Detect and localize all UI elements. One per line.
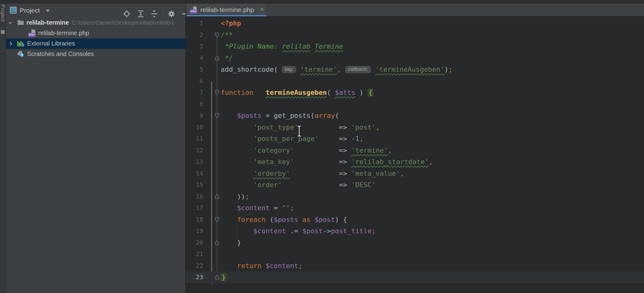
tree-row-external-libraries[interactable]: External Libraries [6, 38, 185, 49]
code-line[interactable]: 8 [186, 98, 644, 110]
expand-all-icon[interactable] [136, 10, 145, 18]
code-text[interactable]: <?php [221, 18, 241, 29]
tree-item-label: Scratches and Consoles [27, 50, 94, 58]
fold-end-icon[interactable] [215, 275, 219, 280]
line-number: 6 [186, 75, 203, 87]
fold-collapse-icon[interactable] [215, 90, 219, 95]
code-text[interactable]: 'category' => 'termine', [221, 145, 392, 156]
php-file-icon: PHP [28, 30, 36, 37]
code-line[interactable]: 9 $posts = get_posts(array( [186, 110, 644, 122]
project-root-path: C:\Users\Daniel\Desktop\relilab\relilab-… [69, 19, 174, 26]
toolwindow-stripe-icon[interactable] [1, 30, 5, 34]
code-text[interactable]: add_shortcode( tag: 'termine', callback:… [221, 64, 453, 75]
phpstorm-window: { "left_toolbar": { "label": "Project" }… [0, 0, 644, 293]
tab-label: relilab-termine.php [200, 6, 254, 14]
tree-item-label: relilab-termineC:\Users\Daniel\Desktop\r… [26, 19, 174, 26]
code-line[interactable]: 22 return $content; [186, 260, 644, 272]
code-line[interactable]: 12 'category' => 'termine', [186, 145, 644, 156]
code-rows: 1<?php2/**3 *Plugin Name: relilab Termin… [186, 18, 644, 283]
line-number: 17 [186, 202, 203, 214]
code-text[interactable]: $content .= $post->post_title; [221, 225, 376, 237]
project-panel: Project [6, 4, 185, 293]
fold-end-icon[interactable] [215, 55, 219, 61]
line-number: 2 [186, 29, 203, 41]
line-number: 11 [186, 133, 203, 145]
code-line[interactable]: 17 $content = ""; [186, 202, 644, 214]
code-text[interactable]: return $content; [221, 260, 302, 272]
code-text[interactable]: } [221, 237, 241, 249]
code-text[interactable]: 'orderby' => 'meta_value', [221, 168, 404, 179]
project-panel-header: Project [6, 4, 185, 17]
left-toolwindow-bar: Project [0, 4, 6, 293]
locate-file-icon[interactable] [123, 10, 131, 18]
code-line[interactable]: 23} [186, 271, 644, 283]
code-text[interactable]: *Plugin Name: relilab Termine [221, 41, 343, 52]
window-top-strip [0, 0, 644, 4]
code-line[interactable]: 1<?php [186, 18, 644, 29]
code-text[interactable]: $posts = get_posts(array( [221, 110, 339, 122]
tab-relilab-termine-php[interactable]: PHP relilab-termine.php × [187, 4, 266, 16]
code-text[interactable]: 'order' => 'DESC' [221, 179, 376, 191]
php-file-icon: PHP [190, 6, 197, 13]
line-number: 23 [186, 271, 203, 283]
code-line[interactable]: 5add_shortcode( tag: 'termine', callback… [186, 64, 644, 75]
code-line[interactable]: 6 [186, 75, 644, 87]
chevron-down-icon[interactable] [8, 20, 13, 25]
chevron-right-icon[interactable] [8, 41, 13, 46]
code-line[interactable]: 14 'orderby' => 'meta_value', [186, 168, 644, 179]
code-line[interactable]: 21 [186, 248, 644, 260]
tree-row-php-file[interactable]: PHP relilab-termine.php [6, 28, 185, 38]
fold-collapse-icon[interactable] [215, 217, 219, 222]
code-line[interactable]: 19 $content .= $post->post_title; [186, 225, 644, 237]
code-text[interactable]: 'post_type' => 'post', [221, 122, 380, 133]
scratches-icon [17, 50, 25, 58]
line-number: 10 [186, 122, 203, 133]
code-line[interactable]: 7function termineAusgeben( $atts ) { [186, 87, 644, 98]
code-text[interactable]: 'posts_per_page' => -1, [221, 133, 364, 145]
tree-row-project-root[interactable]: relilab-termineC:\Users\Daniel\Desktop\r… [6, 18, 185, 28]
code-text[interactable]: 'meta_key' => 'relilab_startdate', [221, 156, 433, 168]
fold-end-icon[interactable] [215, 194, 219, 199]
line-number: 19 [186, 225, 203, 237]
project-view-icon [10, 7, 17, 14]
line-number: 22 [186, 260, 203, 272]
code-line[interactable]: 20 } [186, 237, 644, 249]
line-number: 5 [186, 64, 203, 75]
code-line[interactable]: 11 'posts_per_page' => -1, [186, 133, 644, 145]
code-line[interactable]: 10 'post_type' => 'post', [186, 122, 644, 133]
code-editor[interactable]: 1<?php2/**3 *Plugin Name: relilab Termin… [186, 16, 644, 293]
code-line[interactable]: 18 foreach ($posts as $post) { [186, 214, 644, 226]
line-number: 15 [186, 179, 203, 191]
code-text[interactable]: foreach ($posts as $post) { [221, 214, 347, 226]
editor-tab-bar: PHP relilab-termine.php × [186, 4, 644, 16]
collapse-all-icon[interactable] [150, 10, 159, 18]
code-line[interactable]: 4 */ [186, 52, 644, 64]
line-number: 20 [186, 237, 203, 249]
code-line[interactable]: 16 )); [186, 191, 644, 203]
settings-gear-icon[interactable] [167, 10, 176, 18]
code-text[interactable]: )); [221, 191, 249, 203]
project-toolwindow-stripe-button[interactable]: Project [0, 4, 6, 22]
code-text[interactable]: } [221, 271, 227, 283]
close-icon[interactable]: × [260, 6, 264, 13]
fold-collapse-icon[interactable] [215, 32, 219, 38]
tree-item-label: External Libraries [27, 40, 75, 47]
fold-collapse-icon[interactable] [215, 113, 219, 118]
tree-row-scratches[interactable]: Scratches and Consoles [6, 49, 185, 59]
library-icon [17, 40, 25, 47]
toolbar-divider [163, 10, 163, 18]
tree-item-label: relilab-termine.php [38, 30, 89, 37]
line-number: 12 [186, 145, 203, 156]
line-number: 3 [186, 41, 203, 52]
folder-icon [17, 19, 24, 26]
code-line[interactable]: 3 *Plugin Name: relilab Termine [186, 41, 644, 52]
code-text[interactable]: */ [221, 52, 233, 64]
code-text[interactable]: $content = ""; [221, 202, 294, 214]
code-text[interactable]: /** [221, 29, 233, 41]
code-line[interactable]: 2/** [186, 29, 644, 41]
code-text[interactable]: function termineAusgeben( $atts ) { [221, 87, 373, 98]
fold-end-icon[interactable] [215, 240, 219, 245]
chevron-down-icon[interactable] [46, 10, 50, 12]
code-line[interactable]: 13 'meta_key' => 'relilab_startdate', [186, 156, 644, 168]
code-line[interactable]: 15 'order' => 'DESC' [186, 179, 644, 191]
